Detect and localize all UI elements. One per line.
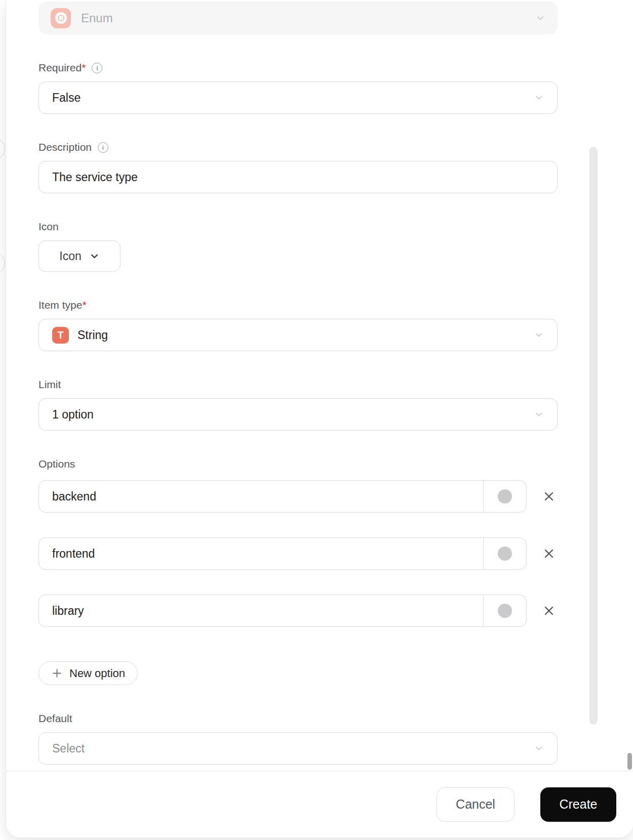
default-select[interactable]: Select [38,732,558,765]
chevron-down-icon [535,13,545,23]
field-type-select[interactable]: Enum [38,2,558,34]
info-icon[interactable]: i [92,63,102,73]
required-value: False [52,91,81,105]
default-label: Default [38,712,558,725]
option-row [38,480,558,513]
required-select[interactable]: False [38,81,558,114]
option-input[interactable] [39,595,483,626]
enum-ring-glyph [55,12,67,24]
close-icon [542,490,556,503]
required-label: Required* i [38,62,558,74]
remove-option-button[interactable] [540,487,558,506]
icon-picker-label: Icon [59,249,81,263]
option-row [38,595,558,627]
option-color-picker[interactable] [483,595,526,626]
dialog-form: Enum Required* i False Description i Ico… [38,0,558,765]
option-input[interactable] [39,481,483,512]
required-asterisk: * [82,299,86,311]
item-type-select[interactable]: T String [38,319,558,351]
cancel-button[interactable]: Cancel [437,787,515,822]
option-group [38,480,527,513]
limit-label: Limit [38,379,558,391]
new-option-button[interactable]: New option [38,661,138,685]
close-icon [542,604,556,617]
options-label: Options [38,458,558,470]
option-group [38,537,527,570]
remove-option-button[interactable] [540,602,558,620]
option-color-picker[interactable] [483,481,526,512]
limit-select[interactable]: 1 option [38,398,558,431]
dialog-scrollbar-thumb[interactable] [589,147,598,725]
dialog-footer: Cancel Create [6,771,633,837]
background-peek-button [0,252,5,274]
chevron-down-icon [89,251,100,262]
option-input[interactable] [39,538,483,569]
option-row [38,537,558,570]
icon-picker-button[interactable]: Icon [38,240,121,272]
create-field-dialog: Enum Required* i False Description i Ico… [6,0,633,837]
field-type-value: Enum [81,11,113,25]
description-input[interactable] [39,161,557,193]
icon-label: Icon [38,221,558,233]
chevron-down-icon [534,743,544,753]
item-type-value: String [77,328,108,342]
create-button[interactable]: Create [540,787,616,822]
description-label: Description i [38,141,558,153]
remove-option-button[interactable] [540,544,558,563]
chevron-down-icon [534,330,544,340]
option-color-picker[interactable] [483,538,526,569]
chevron-down-icon [534,409,544,419]
color-swatch-icon [498,604,512,618]
limit-value: 1 option [52,408,94,422]
letter-t-icon: T [52,327,69,344]
color-swatch-icon [498,547,512,561]
plus-icon [51,667,63,679]
info-icon[interactable]: i [98,142,108,153]
window-scrollbar-thumb[interactable] [627,753,632,770]
close-icon [542,547,556,560]
enum-type-icon [51,8,71,28]
item-type-label: Item type* [38,299,558,311]
new-option-label: New option [69,667,125,680]
default-placeholder: Select [52,742,85,755]
chevron-down-icon [534,93,544,103]
option-group [38,595,527,627]
required-asterisk: * [82,62,86,73]
description-field-wrap [38,161,558,193]
background-peek-button [0,138,5,160]
color-swatch-icon [498,489,512,503]
